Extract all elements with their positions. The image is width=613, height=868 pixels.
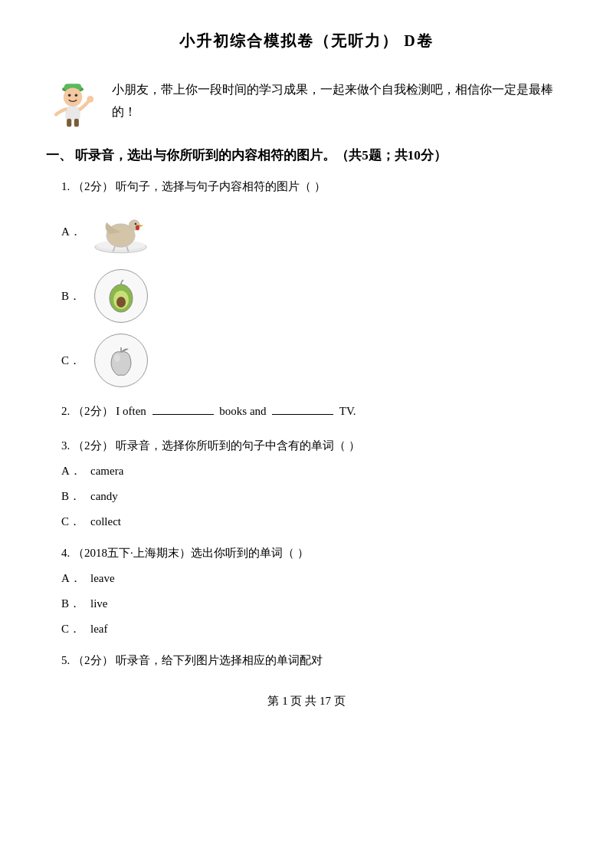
question-3: 3. （2分） 听录音，选择你所听到的句子中含有的单词（ ） A． camera… [46,436,567,529]
q5-number: 5. [61,654,70,666]
svg-point-20 [116,297,126,307]
svg-point-14 [135,223,137,225]
q5-score: （2分） [73,654,113,666]
q4-option-c: C． leaf [61,622,567,636]
q5-text: 5. （2分） 听录音，给下列图片选择相应的单词配对 [61,650,567,671]
q1-option-a-label: A． [61,225,84,239]
q1-option-a: A． [61,205,567,258]
q3-option-b-text: candy [90,490,118,503]
q1-score: （2分） [73,180,113,192]
question-2: 2. （2分） I often books and TV. [46,401,567,422]
svg-point-8 [87,96,93,103]
q3-text: 3. （2分） 听录音，选择你所听到的句子中含有的单词（ ） [61,436,567,456]
q4-content: （2018五下·上海期末）选出你听到的单词（ ） [73,547,309,559]
svg-rect-7 [74,119,79,127]
q1-option-c-label: C． [61,353,84,368]
q4-option-b-text: live [90,597,108,610]
page-title: 小升初综合模拟卷（无听力） D卷 [46,31,567,51]
q2-text: 2. （2分） I often books and TV. [61,401,567,422]
fruit-image [90,334,152,387]
q4-number: 4. [61,547,70,559]
svg-point-4 [75,94,78,97]
q2-score: （2分） [73,405,113,417]
turkey-image [90,205,152,258]
q1-option-b-label: B． [61,289,84,304]
avocado-image [90,269,152,323]
q2-number: 2. [61,405,70,417]
svg-rect-6 [67,119,71,127]
intro-text: 小朋友，带上你一段时间的学习成果，一起来做个自我检测吧，相信你一定是最棒的！ [112,79,567,123]
q4-option-c-text: leaf [90,623,107,636]
q4-option-a-text: leave [90,572,115,585]
q1-content: 听句子，选择与句子内容相符的图片（ ） [116,180,326,192]
svg-rect-5 [65,107,80,120]
question-1: 1. （2分） 听句子，选择与句子内容相符的图片（ ） A． [46,176,567,387]
intro-section: 小朋友，带上你一段时间的学习成果，一起来做个自我检测吧，相信你一定是最棒的！ [46,74,567,128]
mascot-icon [46,74,100,128]
q3-option-b-label: B． [61,489,84,504]
q1-text: 1. （2分） 听句子，选择与句子内容相符的图片（ ） [61,176,567,197]
svg-point-3 [68,94,71,97]
q2-blank2 [272,414,333,415]
svg-point-2 [64,88,83,107]
svg-point-22 [114,354,120,362]
svg-point-15 [136,225,139,231]
q3-option-c-text: collect [90,515,121,528]
q3-number: 3. [61,439,70,452]
q5-content: 听录音，给下列图片选择相应的单词配对 [116,654,323,666]
question-5: 5. （2分） 听录音，给下列图片选择相应的单词配对 [46,650,567,671]
q3-option-b: B． candy [61,489,567,504]
page-footer: 第 1 页 共 17 页 [46,694,567,709]
q3-content: 听录音，选择你所听到的句子中含有的单词（ ） [116,439,360,452]
q1-number: 1. [61,180,70,192]
q4-option-a: A． leave [61,571,567,586]
q3-option-a-text: camera [90,465,123,478]
q4-option-b-label: B． [61,597,84,611]
q1-option-b: B． [61,269,567,323]
svg-marker-13 [139,225,143,227]
q3-option-c-label: C． [61,515,84,529]
q1-option-c: C． [61,334,567,387]
q3-option-c: C． collect [61,515,567,529]
section1-header: 一、 听录音，选出与你所听到的内容相符的图片。（共5题；共10分） [46,146,567,164]
question-4: 4. （2018五下·上海期末）选出你听到的单词（ ） A． leave B． … [46,543,567,636]
q3-option-a: A． camera [61,464,567,478]
q2-blank1 [152,414,214,415]
q4-text: 4. （2018五下·上海期末）选出你听到的单词（ ） [61,543,567,564]
q4-option-c-label: C． [61,622,84,636]
q4-option-a-label: A． [61,571,84,586]
q3-option-a-label: A． [61,464,84,478]
q3-score: （2分） [73,439,113,452]
q4-option-b: B． live [61,597,567,611]
